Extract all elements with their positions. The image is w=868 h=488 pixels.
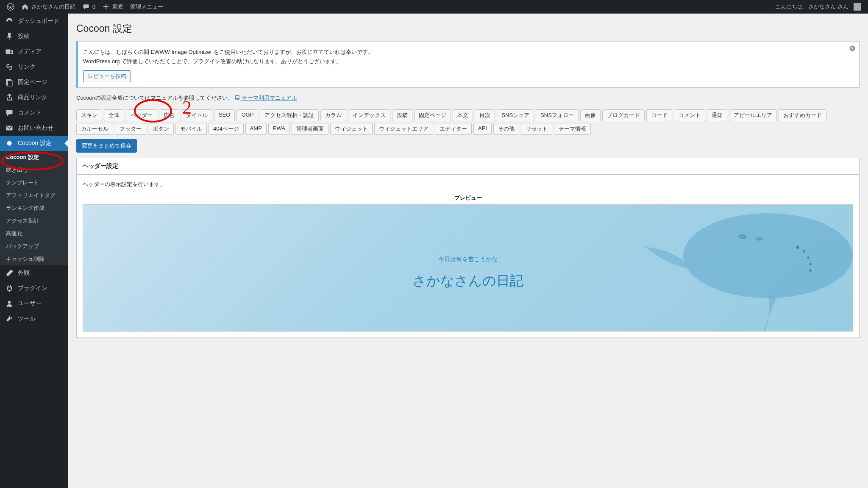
tool-icon	[5, 315, 14, 323]
tab-11[interactable]: 固定ページ	[414, 109, 451, 121]
admin-menu-link[interactable]: 管理メニュー	[127, 0, 167, 14]
sidebar-item-label: ダッシュボード	[18, 17, 59, 25]
tab-26[interactable]: モバイル	[175, 123, 207, 135]
tab-27[interactable]: 404ページ	[209, 123, 244, 135]
sidebar-item-8[interactable]: Cocoon 設定	[0, 136, 68, 151]
sidebar-item-9[interactable]: 外観	[0, 265, 68, 281]
tab-1[interactable]: 全体	[104, 109, 124, 121]
tab-2[interactable]: ヘッダー	[126, 109, 157, 121]
tab-35[interactable]: その他	[493, 123, 519, 135]
submenu-item-8[interactable]: キャッシュ削除	[0, 253, 68, 265]
sidebar-item-label: リンク	[18, 63, 36, 71]
manual-line: Cocoonの設定全般についてはマニュアルを参照してください。 テーマ利用マニュ…	[76, 94, 860, 102]
tab-33[interactable]: エディター	[435, 123, 472, 135]
tab-22[interactable]: おすすめカード	[779, 109, 826, 121]
submenu-item-0[interactable]: Cocoon 設定	[0, 151, 68, 164]
tab-31[interactable]: ウィジェット	[330, 123, 373, 135]
sidebar-item-7[interactable]: お問い合わせ	[0, 120, 68, 136]
site-name-label: さかなさんの日記	[31, 3, 75, 11]
submenu-item-6[interactable]: 高速化	[0, 227, 68, 240]
submenu-item-1[interactable]: 吹き出し	[0, 164, 68, 176]
submenu-item-7[interactable]: バックアップ	[0, 240, 68, 253]
tab-9[interactable]: インデックス	[348, 109, 390, 121]
tab-19[interactable]: コメント	[674, 109, 705, 121]
save-button[interactable]: 変更をまとめて保存	[76, 139, 137, 153]
sidebar-item-11[interactable]: ユーザー	[0, 296, 68, 311]
tab-17[interactable]: ブログカード	[602, 109, 645, 121]
tab-32[interactable]: ウィジェットエリア	[374, 123, 433, 135]
sidebar-item-label: 外観	[18, 269, 30, 277]
tab-34[interactable]: API	[473, 123, 492, 135]
tab-6[interactable]: OGP	[236, 109, 258, 121]
tab-13[interactable]: 目次	[475, 109, 495, 121]
sidebar-item-0[interactable]: ダッシュボード	[0, 14, 68, 29]
wp-logo[interactable]	[3, 0, 18, 14]
tab-14[interactable]: SNSシェア	[497, 109, 534, 121]
tab-5[interactable]: SEO	[214, 109, 235, 121]
sidebar-item-1[interactable]: 投稿	[0, 29, 68, 44]
share-icon	[5, 93, 14, 102]
tab-30[interactable]: 管理者画面	[292, 123, 328, 135]
tab-12[interactable]: 本文	[453, 109, 473, 121]
tab-3[interactable]: 広告	[159, 109, 179, 121]
sidebar-item-label: Cocoon 設定	[18, 139, 52, 147]
sidebar-item-6[interactable]: コメント	[0, 105, 68, 120]
home-icon	[21, 3, 29, 11]
svg-rect-1	[6, 50, 10, 54]
tab-4[interactable]: タイトル	[181, 109, 212, 121]
submenu-item-4[interactable]: ランキング作成	[0, 202, 68, 215]
sidebar-item-label: お問い合わせ	[18, 124, 53, 132]
review-button[interactable]: レビューを投稿	[83, 70, 131, 82]
preview-main-title: さかなさんの日記	[412, 272, 523, 290]
sidebar-item-label: 商品リンク	[18, 94, 47, 101]
greeting-link[interactable]: こんにちは、さかなさん さん	[772, 0, 865, 14]
sidebar-item-3[interactable]: リンク	[0, 59, 68, 75]
admin-menu-label: 管理メニュー	[130, 3, 163, 11]
tab-25[interactable]: ボタン	[148, 123, 174, 135]
dot-icon	[5, 139, 14, 148]
comments-link[interactable]: 0	[79, 0, 99, 14]
tab-10[interactable]: 投稿	[392, 109, 412, 121]
tab-16[interactable]: 画像	[580, 109, 601, 121]
tab-0[interactable]: スキン	[76, 109, 102, 121]
tab-18[interactable]: コード	[646, 109, 672, 121]
tab-20[interactable]: 通知	[707, 109, 727, 121]
sidebar-item-label: ツール	[18, 315, 36, 323]
notice-line2: WordPress.org で評価していただくことで、プラグイン改善の助けになり…	[83, 58, 854, 65]
tab-29[interactable]: PWA	[268, 123, 290, 135]
dashboard-icon	[5, 17, 14, 25]
sidebar-item-label: 投稿	[18, 33, 30, 40]
site-name-link[interactable]: さかなさんの日記	[18, 0, 79, 14]
svg-point-12	[809, 263, 812, 265]
tab-36[interactable]: リセット	[521, 123, 552, 135]
submenu-item-2[interactable]: テンプレート	[0, 176, 68, 189]
sidebar-item-4[interactable]: 固定ページ	[0, 75, 68, 90]
submenu-item-5[interactable]: アクセス集計	[0, 215, 68, 227]
tab-7[interactable]: アクセス解析・認証	[260, 109, 319, 121]
tab-28[interactable]: AMP	[245, 123, 267, 135]
comment-icon	[5, 109, 14, 117]
svg-point-9	[796, 245, 799, 249]
tab-21[interactable]: アピールエリア	[729, 109, 777, 121]
header-settings-section: ヘッダー設定 ヘッダーの表示設定を行います。 プレビュー	[76, 158, 860, 338]
sidebar-item-label: メディア	[18, 48, 42, 56]
tab-23[interactable]: カルーセル	[76, 123, 113, 135]
dismiss-notice-button[interactable]	[849, 45, 856, 54]
tab-8[interactable]: カラム	[320, 109, 346, 121]
sidebar-item-2[interactable]: メディア	[0, 44, 68, 59]
svg-point-11	[807, 257, 810, 259]
notice-line1: こんにちは、しばらくの間 EWWW Image Optimizer をご使用いた…	[83, 48, 854, 56]
tabs-row: スキン全体ヘッダー広告タイトルSEOOGPアクセス解析・認証カラムインデックス投…	[76, 109, 860, 135]
sidebar-item-5[interactable]: 商品リンク	[0, 90, 68, 105]
sidebar-item-10[interactable]: プラグイン	[0, 281, 68, 296]
link-icon	[5, 63, 14, 71]
new-link[interactable]: 新規	[99, 0, 127, 14]
tab-15[interactable]: SNSフォロー	[536, 109, 579, 121]
submenu-item-3[interactable]: アフィリエイトタグ	[0, 189, 68, 202]
tab-24[interactable]: フッター	[115, 123, 146, 135]
brush-icon	[5, 269, 14, 277]
tab-37[interactable]: テーマ情報	[554, 123, 591, 135]
sidebar-item-label: ユーザー	[18, 300, 42, 307]
sidebar-item-12[interactable]: ツール	[0, 311, 68, 326]
manual-link[interactable]: テーマ利用マニュアル	[234, 95, 297, 101]
